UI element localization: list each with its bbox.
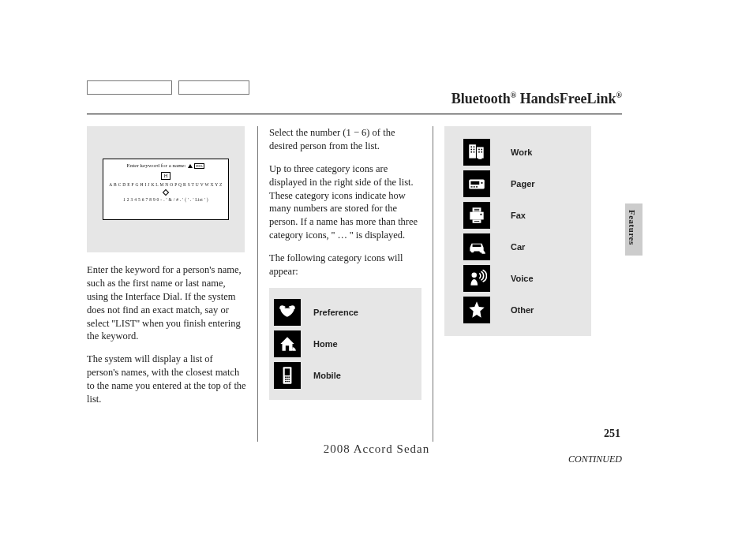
svg-point-36: [471, 249, 474, 252]
mobile-icon: [274, 362, 301, 389]
header-text-a: Bluetooth: [451, 91, 511, 106]
up-triangle-icon: [188, 164, 193, 168]
svg-rect-26: [470, 186, 472, 187]
column-3: Work Pager Fax: [433, 126, 622, 442]
page-number: 251: [604, 427, 620, 440]
screen-prompt: Enter keyword for a name:: [127, 162, 186, 169]
voice-icon: [463, 265, 490, 292]
selected-letter: H: [161, 172, 170, 180]
svg-point-34: [480, 214, 481, 215]
svg-rect-32: [474, 209, 480, 210]
content-columns: Enter keyword for a name: DEL H A B C D …: [87, 126, 622, 442]
svg-rect-11: [469, 144, 476, 158]
svg-point-5: [285, 379, 287, 380]
col2-para2: Up to three category icons are displayed…: [269, 162, 421, 242]
icon-label: Fax: [511, 211, 526, 220]
icon-row-other: Other: [463, 297, 585, 323]
svg-rect-27: [474, 186, 475, 187]
preference-icon: [274, 299, 301, 326]
svg-point-6: [287, 379, 288, 380]
icon-row-fax: Fax: [463, 202, 585, 229]
keyboard-screen-illustration: Enter keyword for a name: DEL H A B C D …: [87, 126, 245, 252]
icon-label: Voice: [511, 274, 534, 283]
col2-para1: Select the number (1 − 6) of the desired…: [269, 126, 421, 153]
svg-rect-38: [473, 245, 481, 247]
header-rule: [87, 114, 622, 114]
svg-rect-20: [481, 149, 482, 151]
svg-point-8: [285, 380, 287, 382]
work-icon: [463, 139, 490, 166]
svg-point-25: [481, 182, 482, 184]
column-2: Select the number (1 − 6) of the desired…: [257, 126, 433, 442]
section-tab-label: Features: [628, 210, 637, 245]
col1-para1: Enter the keyword for a person's name, s…: [87, 263, 246, 343]
icon-label: Home: [313, 339, 338, 349]
icon-label: Other: [511, 305, 534, 315]
svg-rect-22: [481, 151, 482, 153]
diamond-icon: [163, 189, 169, 195]
num-row: 1 2 3 4 5 6 7 8 9 0 - . ' & / # . ' ( ' …: [103, 197, 228, 203]
col2-para3: The following category icons will appear…: [269, 252, 421, 278]
icon-row-car: Car: [463, 233, 585, 260]
header-text-b: HandsFreeLink: [516, 91, 616, 106]
svg-rect-16: [474, 149, 475, 151]
home-icon: [274, 330, 301, 357]
svg-rect-33: [474, 211, 480, 211]
icon-row-work: Work: [463, 139, 585, 166]
alpha-row: A B C D E F G H I J K L M N O P Q R S T …: [103, 182, 228, 189]
icon-label: Pager: [511, 179, 535, 189]
icon-row-pager: Pager: [463, 170, 585, 197]
svg-point-2: [285, 376, 287, 378]
screen-del: DEL: [194, 163, 205, 169]
fax-icon: [463, 202, 490, 229]
svg-point-9: [287, 380, 288, 382]
svg-rect-29: [473, 207, 481, 211]
footer-model: 2008 Accord Sedan: [0, 442, 753, 456]
icon-section-right: Work Pager Fax: [444, 126, 591, 336]
icon-label: Work: [511, 147, 532, 157]
svg-rect-19: [478, 149, 480, 151]
pager-icon: [463, 170, 490, 197]
column-1: Enter keyword for a name: DEL H A B C D …: [87, 126, 257, 442]
screen-inner: Enter keyword for a name: DEL H A B C D …: [103, 159, 229, 220]
icon-row-mobile: Mobile: [274, 362, 417, 389]
svg-rect-17: [470, 151, 472, 153]
icon-row-preference: Preference: [274, 299, 417, 326]
svg-point-7: [288, 379, 290, 380]
icon-row-voice: Voice: [463, 265, 585, 292]
svg-rect-13: [470, 146, 472, 147]
icon-label: Mobile: [313, 371, 341, 380]
other-icon: [463, 297, 490, 323]
svg-point-3: [287, 376, 288, 378]
page-header: Bluetooth® HandsFreeLink®: [451, 91, 622, 107]
placeholder-box-2: [178, 80, 249, 95]
registered-mark-2: ®: [616, 91, 622, 99]
svg-rect-15: [470, 149, 472, 151]
car-icon: [463, 233, 490, 260]
svg-rect-30: [470, 212, 483, 220]
svg-rect-18: [474, 151, 475, 153]
icon-section-left: Preference Home Mobile: [269, 288, 421, 400]
svg-point-10: [288, 380, 290, 382]
top-placeholder-boxes: [87, 80, 249, 95]
svg-rect-1: [285, 368, 290, 375]
manual-page: Bluetooth® HandsFreeLink® Features Enter…: [0, 0, 753, 560]
placeholder-box-1: [87, 80, 172, 95]
svg-rect-28: [476, 186, 478, 187]
svg-rect-35: [474, 221, 480, 222]
svg-point-39: [472, 272, 478, 278]
svg-rect-21: [478, 151, 480, 153]
icon-label: Preference: [313, 308, 358, 317]
icon-row-home: Home: [274, 330, 417, 357]
svg-point-4: [288, 376, 290, 378]
icon-label: Car: [511, 242, 525, 252]
col1-para2: The system will display a list of person…: [87, 353, 246, 406]
svg-rect-24: [470, 181, 479, 185]
svg-rect-14: [474, 146, 475, 147]
